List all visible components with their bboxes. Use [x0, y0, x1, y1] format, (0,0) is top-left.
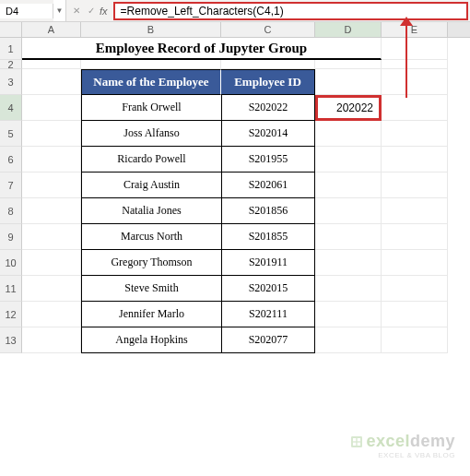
- svg-rect-2: [358, 438, 360, 441]
- watermark-tagline: EXCEL & VBA BLOG: [349, 451, 455, 459]
- table-cell-name[interactable]: Steve Smith: [81, 276, 221, 302]
- table-cell-name[interactable]: Angela Hopkins: [81, 327, 221, 353]
- col-header-c[interactable]: C: [221, 22, 315, 37]
- row-header[interactable]: 10: [0, 250, 22, 276]
- callout-arrow-head-icon: [400, 17, 413, 26]
- table-cell-name[interactable]: Frank Orwell: [81, 95, 221, 121]
- active-cell-d4[interactable]: 202022: [315, 95, 382, 121]
- formula-controls: ✕ ✓ fx: [66, 6, 112, 17]
- row-header[interactable]: 8: [0, 198, 22, 224]
- table-cell-id[interactable]: S202077: [221, 327, 315, 353]
- cell[interactable]: [382, 224, 448, 250]
- cell[interactable]: [221, 60, 315, 69]
- cell[interactable]: [382, 95, 448, 121]
- table-cell-id[interactable]: S202061: [221, 173, 315, 198]
- cell[interactable]: [315, 69, 382, 95]
- cell[interactable]: [382, 250, 448, 276]
- cell[interactable]: [382, 198, 448, 224]
- table-cell-id[interactable]: S202022: [221, 95, 315, 121]
- cell[interactable]: [22, 121, 81, 147]
- cell[interactable]: [382, 60, 448, 69]
- table-cell-name[interactable]: Ricardo Powell: [81, 147, 221, 173]
- row-header[interactable]: 11: [0, 276, 22, 302]
- watermark-brand: exceldemy: [349, 432, 455, 451]
- cell[interactable]: [22, 250, 81, 276]
- cell[interactable]: [22, 95, 81, 121]
- cell[interactable]: [22, 224, 81, 250]
- table-header-id: Employee ID: [221, 69, 315, 95]
- cell[interactable]: [22, 198, 81, 224]
- row-header[interactable]: 13: [0, 327, 22, 353]
- cell[interactable]: [315, 60, 382, 69]
- table-cell-id[interactable]: S201855: [221, 224, 315, 250]
- name-box[interactable]: D4: [0, 4, 53, 18]
- table-cell-name[interactable]: Natalia Jones: [81, 198, 221, 224]
- table-cell-name[interactable]: Gregory Thomson: [81, 250, 221, 276]
- table-cell-name[interactable]: Jennifer Marlo: [81, 302, 221, 327]
- svg-rect-0: [351, 436, 362, 447]
- cell[interactable]: [315, 121, 382, 147]
- col-header-a[interactable]: A: [22, 22, 81, 37]
- watermark: exceldemy EXCEL & VBA BLOG: [349, 432, 455, 459]
- row-header[interactable]: 9: [0, 224, 22, 250]
- table-cell-name[interactable]: Marcus North: [81, 224, 221, 250]
- table-cell-id[interactable]: S202015: [221, 276, 315, 302]
- cell[interactable]: [315, 250, 382, 276]
- page-title: Employee Record of Jupyter Group: [22, 38, 382, 60]
- row-header[interactable]: 1: [0, 38, 22, 60]
- row-header[interactable]: 5: [0, 121, 22, 147]
- row-header[interactable]: 6: [0, 147, 22, 173]
- cell[interactable]: [315, 198, 382, 224]
- cell[interactable]: [22, 302, 81, 327]
- svg-rect-4: [358, 443, 360, 446]
- col-header-d[interactable]: D: [315, 22, 382, 37]
- table-cell-id[interactable]: S201911: [221, 250, 315, 276]
- row-header[interactable]: 12: [0, 302, 22, 327]
- cell[interactable]: [382, 327, 448, 353]
- cell[interactable]: [315, 276, 382, 302]
- col-header-e[interactable]: E: [382, 22, 448, 37]
- confirm-icon: ✓: [85, 6, 98, 16]
- row-header[interactable]: 4: [0, 95, 22, 121]
- table-cell-id[interactable]: S202014: [221, 121, 315, 147]
- table-cell-id[interactable]: S201856: [221, 198, 315, 224]
- cell[interactable]: [22, 327, 81, 353]
- table-cell-id[interactable]: S201955: [221, 147, 315, 173]
- callout-arrow-line: [405, 22, 407, 98]
- cell[interactable]: [382, 147, 448, 173]
- watermark-logo-icon: [349, 434, 364, 449]
- svg-rect-3: [353, 443, 356, 446]
- cell[interactable]: [315, 302, 382, 327]
- select-all-corner[interactable]: [0, 22, 22, 37]
- table-cell-name[interactable]: Craig Austin: [81, 173, 221, 198]
- cell[interactable]: [315, 147, 382, 173]
- table-cell-name[interactable]: Joss Alfanso: [81, 121, 221, 147]
- row-header[interactable]: 3: [0, 69, 22, 95]
- formula-input[interactable]: =Remove_Left_Characters(C4,1): [113, 2, 468, 20]
- fx-icon[interactable]: fx: [100, 6, 108, 17]
- cell[interactable]: [382, 38, 448, 60]
- cell[interactable]: [22, 276, 81, 302]
- table-header-name: Name of the Employee: [81, 69, 221, 95]
- cell[interactable]: [382, 121, 448, 147]
- row-header[interactable]: 7: [0, 173, 22, 198]
- cell[interactable]: [81, 60, 221, 69]
- cell[interactable]: [22, 147, 81, 173]
- cell[interactable]: [382, 302, 448, 327]
- cell[interactable]: [315, 173, 382, 198]
- cell[interactable]: [22, 60, 81, 69]
- row-header[interactable]: 2: [0, 60, 22, 69]
- cell[interactable]: [382, 173, 448, 198]
- table-cell-id[interactable]: S202111: [221, 302, 315, 327]
- cell[interactable]: [22, 69, 81, 95]
- cell[interactable]: [315, 224, 382, 250]
- cell[interactable]: [315, 327, 382, 353]
- cell[interactable]: [382, 276, 448, 302]
- cell[interactable]: [382, 69, 448, 95]
- cancel-icon: ✕: [70, 6, 83, 16]
- col-header-b[interactable]: B: [81, 22, 221, 37]
- name-box-dropdown-icon[interactable]: ▼: [53, 0, 66, 21]
- svg-rect-1: [353, 438, 356, 441]
- cell[interactable]: [22, 173, 81, 198]
- grid-body: 1 Employee Record of Jupyter Group 2 3 N…: [0, 38, 470, 353]
